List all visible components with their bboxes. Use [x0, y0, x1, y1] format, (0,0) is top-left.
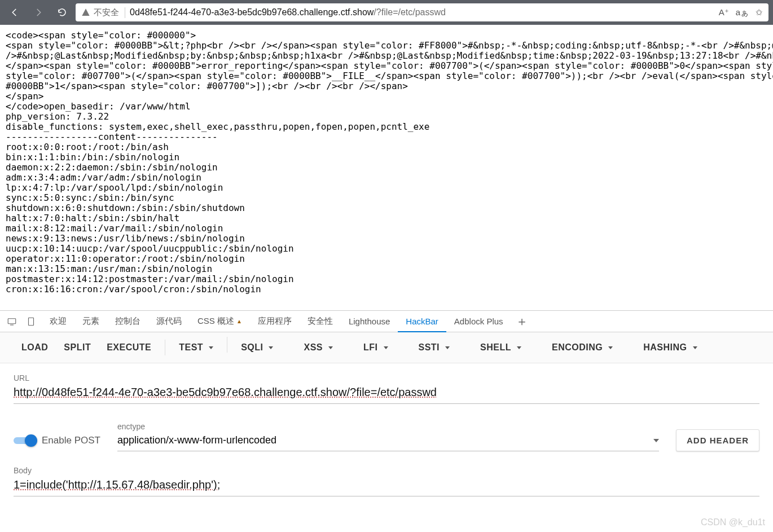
hackbar-lfi-menu[interactable]: LFI [355, 337, 396, 358]
hackbar-sqli-menu[interactable]: SQLI [233, 337, 281, 358]
chevron-down-icon [653, 439, 659, 442]
translate-icon[interactable]: aぁ [736, 7, 749, 18]
hackbar-split-button[interactable]: SPLIT [56, 337, 99, 358]
url-input[interactable] [14, 384, 759, 404]
insecure-badge: 不安全 [81, 7, 125, 18]
enable-post-toggle[interactable]: Enable POST [14, 434, 100, 447]
favorite-icon[interactable]: ✩ [756, 7, 763, 17]
devtools-tab-HackBar[interactable]: HackBar [398, 311, 446, 332]
add-tab-icon[interactable]: ＋ [513, 313, 530, 330]
hackbar-load-button[interactable]: LOAD [14, 337, 56, 358]
hackbar-encoding-menu[interactable]: ENCODING [544, 337, 621, 358]
enctype-value: application/x-www-form-urlencoded [117, 434, 276, 446]
devtools-tab-安全性[interactable]: 安全性 [300, 311, 341, 332]
browser-toolbar: 不安全 0d48fe51-f244-4e70-a3e3-be5dc9b97e68… [0, 0, 773, 25]
devtools-tab-Adblock Plus[interactable]: Adblock Plus [446, 311, 511, 332]
devtools-panel: 欢迎元素控制台源代码CSS 概述应用程序安全性LighthouseHackBar… [0, 310, 773, 496]
svg-rect-0 [8, 318, 16, 323]
page-content: <code><span style="color: #000000"><span… [0, 25, 773, 310]
devtools-tab-欢迎[interactable]: 欢迎 [42, 311, 74, 332]
enctype-select[interactable]: application/x-www-form-urlencoded [117, 432, 659, 451]
devtools-tab-CSS 概述[interactable]: CSS 概述 [190, 311, 250, 332]
devtools-tab-源代码[interactable]: 源代码 [148, 311, 190, 332]
devtools-tab-Lighthouse[interactable]: Lighthouse [341, 311, 398, 332]
inspect-icon[interactable] [3, 313, 20, 330]
enable-post-label: Enable POST [42, 435, 100, 446]
devtools-tabbar: 欢迎元素控制台源代码CSS 概述应用程序安全性LighthouseHackBar… [0, 311, 773, 332]
body-label: Body [14, 466, 759, 475]
hackbar-ssti-menu[interactable]: SSTI [411, 337, 458, 358]
devtools-tab-应用程序[interactable]: 应用程序 [250, 311, 300, 332]
devtools-tab-控制台[interactable]: 控制台 [107, 311, 148, 332]
hackbar-execute-button[interactable]: EXECUTE [99, 337, 159, 358]
hackbar-toolbar: LOADSPLITEXECUTE TESTSQLIXSSLFISSTISHELL… [0, 332, 773, 363]
url-label: URL [14, 373, 759, 382]
refresh-button[interactable] [52, 2, 72, 23]
reader-icon[interactable]: A⁺ [719, 7, 729, 17]
hackbar-test-menu[interactable]: TEST [171, 337, 221, 358]
body-input[interactable] [14, 476, 759, 496]
enctype-label: enctype [117, 422, 659, 431]
add-header-button[interactable]: ADD HEADER [676, 429, 759, 451]
forward-button[interactable] [28, 2, 49, 23]
devtools-tab-元素[interactable]: 元素 [74, 311, 107, 332]
watermark: CSDN @k_du1t [701, 517, 765, 527]
svg-rect-1 [29, 318, 34, 326]
hackbar-xss-menu[interactable]: XSS [296, 337, 341, 358]
back-button[interactable] [5, 2, 25, 23]
hackbar-shell-menu[interactable]: SHELL [472, 337, 529, 358]
address-url: 0d48fe51-f244-4e70-a3e3-be5dc9b97e68.cha… [130, 7, 446, 17]
address-bar[interactable]: 不安全 0d48fe51-f244-4e70-a3e3-be5dc9b97e68… [76, 3, 768, 21]
hackbar-hashing-menu[interactable]: HASHING [635, 337, 705, 358]
device-icon[interactable] [23, 313, 39, 330]
